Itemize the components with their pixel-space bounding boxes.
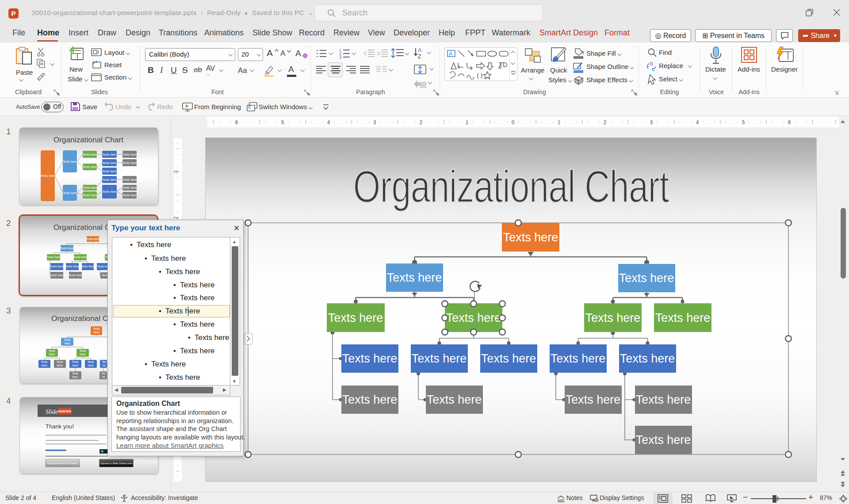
svg-text:Texts here: Texts here: [47, 256, 60, 259]
svg-text:here: here: [57, 364, 62, 367]
svg-text:Texts here: Texts here: [427, 393, 482, 406]
svg-text:Texts here: Texts here: [620, 352, 675, 365]
svg-text:Texts here: Texts here: [122, 161, 137, 164]
svg-text:A: A: [418, 48, 421, 53]
svg-text:Texts here: Texts here: [83, 165, 97, 168]
svg-text:Texts: Texts: [87, 360, 94, 363]
svg-text:Texts here: Texts here: [102, 170, 116, 173]
svg-text:here: here: [80, 353, 85, 356]
svg-text:Texts here: Texts here: [50, 265, 63, 268]
svg-text:Texts here: Texts here: [83, 186, 97, 189]
svg-text:Texts here: Texts here: [619, 271, 674, 285]
svg-text:Texts here: Texts here: [83, 194, 97, 197]
svg-text:Download Free Templates: Download Free Templates: [47, 462, 78, 465]
svg-text:Texts here: Texts here: [69, 274, 82, 277]
svg-text:Texts here: Texts here: [60, 247, 73, 250]
svg-text:Texts here: Texts here: [86, 237, 99, 241]
svg-text:Texts here: Texts here: [503, 231, 558, 244]
svg-text:Slide: Slide: [46, 409, 58, 415]
svg-text:Z: Z: [418, 53, 421, 59]
svg-text:Texts here: Texts here: [655, 311, 711, 325]
svg-text:Thank you!: Thank you!: [46, 423, 74, 430]
svg-text:Texts here: Texts here: [122, 194, 137, 197]
svg-text:Texts here: Texts here: [73, 256, 87, 259]
svg-text:Texts: Texts: [48, 349, 55, 352]
svg-text:Texts here: Texts here: [102, 178, 116, 181]
svg-text:Texts: Texts: [56, 360, 63, 363]
svg-text:Organizational Chart: Organizational Chart: [54, 136, 123, 144]
svg-text:HUNTER: HUNTER: [58, 410, 71, 413]
svg-text:Texts here: Texts here: [63, 191, 77, 195]
svg-text:Texts here: Texts here: [585, 311, 641, 325]
svg-text:Texts here: Texts here: [122, 178, 137, 181]
svg-text:A: A: [449, 51, 452, 57]
svg-text:Texts here: Texts here: [65, 265, 79, 268]
svg-text:here: here: [41, 364, 47, 367]
svg-text:here: here: [49, 353, 54, 356]
svg-text:Tex: Tex: [101, 372, 106, 375]
svg-text:Texts here: Texts here: [83, 153, 97, 156]
svg-text:Texts here: Texts here: [41, 174, 55, 177]
svg-text:Texts: Texts: [72, 372, 79, 375]
svg-text:Texts here: Texts here: [63, 160, 77, 163]
svg-text:he: he: [102, 364, 106, 367]
svg-text:Texts here: Texts here: [122, 186, 137, 189]
svg-text:here: here: [72, 375, 78, 378]
svg-text:Texts here: Texts here: [566, 393, 621, 406]
svg-text:Texts here: Texts here: [412, 352, 467, 365]
svg-text:Texts here: Texts here: [102, 190, 116, 193]
svg-text:Texts here: Texts here: [81, 265, 94, 268]
svg-text:Text: Text: [102, 274, 107, 277]
svg-text:Texts here: Texts here: [122, 153, 137, 156]
svg-text:Texts here: Texts here: [387, 271, 442, 284]
svg-text:here: here: [93, 331, 99, 334]
svg-text:Texts here: Texts here: [446, 311, 501, 325]
svg-text:Texts he: Texts he: [97, 265, 108, 268]
svg-text:here: here: [72, 364, 78, 367]
svg-text:Texts here: Texts here: [342, 352, 398, 365]
svg-text:Texts here: Texts here: [481, 352, 536, 365]
svg-text:Upload to Slide Online.com: Upload to Slide Online.com: [100, 462, 133, 465]
svg-text:here: here: [88, 364, 93, 367]
svg-text:Texts here: Texts here: [102, 153, 116, 156]
svg-text:Texts: Texts: [41, 360, 48, 363]
svg-text:Texts here: Texts here: [102, 161, 116, 164]
svg-text:he: he: [102, 375, 105, 378]
svg-text:Texts: Texts: [72, 360, 79, 363]
svg-text:Texts: Texts: [93, 327, 100, 330]
svg-text:Texts here: Texts here: [50, 274, 63, 277]
svg-text:Texts here: Texts here: [342, 393, 398, 406]
svg-text:Texts: Texts: [79, 349, 86, 352]
svg-text:Texts here: Texts here: [551, 352, 606, 365]
svg-text:3: 3: [339, 55, 341, 59]
svg-text:here: here: [64, 342, 70, 345]
svg-text:Texts here: Texts here: [636, 433, 691, 447]
svg-text:Texts here: Texts here: [328, 311, 383, 325]
svg-text:Texts here: Texts here: [636, 393, 691, 406]
svg-text:Tex: Tex: [102, 360, 107, 363]
svg-text:Texts: Texts: [64, 338, 71, 341]
